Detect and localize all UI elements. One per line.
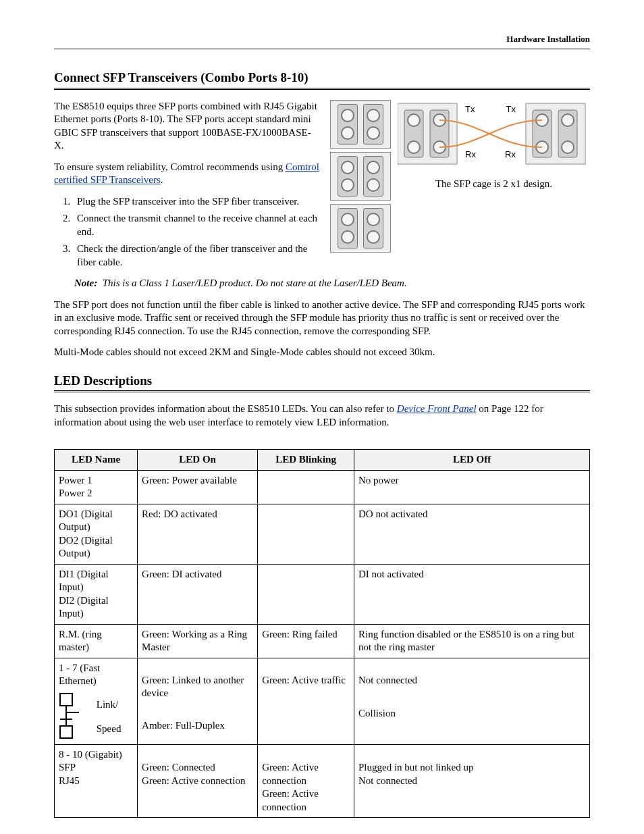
note-text: This is a Class 1 Laser/LED product. Do …: [103, 278, 407, 288]
cell: Not connected Collision: [354, 658, 590, 744]
col-header: LED Blinking: [258, 450, 354, 471]
svg-point-3: [408, 114, 420, 126]
blink-sfp: Green: Active connection: [262, 761, 350, 787]
sfp-cage-icon: [330, 204, 391, 253]
cell: Plugged in but not linked up Not connect…: [354, 744, 590, 818]
blink-link: Green: Active traffic: [262, 674, 350, 687]
sfp-exclusive-paragraph: The SFP port does not function until the…: [54, 298, 590, 338]
cell: Red: DO activated: [138, 504, 258, 564]
cell: No power: [354, 470, 590, 504]
svg-rect-18: [60, 694, 72, 706]
led-intro-paragraph: This subsection provides information abo…: [54, 402, 590, 429]
table-row: R.M. (ring master) Green: Working as a R…: [55, 624, 590, 658]
off-sfp: Plugged in but not linked up: [358, 761, 585, 775]
page-header-right: Hardware Installation: [54, 34, 590, 45]
cell: DO not activated: [354, 504, 590, 564]
cell: Green: Connected Green: Active connectio…: [138, 744, 258, 818]
gigabit-rj45-label: RJ45: [59, 775, 133, 788]
section-title-led: LED Descriptions: [54, 373, 590, 390]
table-row: Power 1 Power 2 Green: Power available N…: [55, 470, 590, 504]
led-table: LED Name LED On LED Blinking LED Off Pow…: [54, 449, 590, 818]
cell: Green: Power available: [138, 470, 258, 504]
on-rj: Green: Active connection: [142, 775, 253, 788]
sfp-cage-icon: [330, 100, 391, 149]
on-speed: Amber: Full-Duplex: [142, 719, 253, 733]
gigabit-title: 8 - 10 (Gigabit): [59, 748, 133, 762]
cell: 8 - 10 (Gigabit) SFP RJ45: [55, 744, 138, 818]
section-rule: [54, 390, 590, 392]
cell: R.M. (ring master): [55, 624, 138, 658]
figure-caption: The SFP cage is 2 x1 design.: [398, 178, 590, 191]
sfp-figure: Tx Rx Tx Rx The SFP cage is 2 x1 design.: [330, 100, 590, 256]
cell: DO1 (Digital Output) DO2 (Digital Output…: [55, 504, 138, 564]
sfp-cable-length-paragraph: Multi-Mode cables should not exceed 2KM …: [54, 346, 590, 359]
col-header: LED Name: [55, 450, 138, 471]
cell: [258, 470, 354, 504]
gigabit-sfp-label: SFP: [59, 761, 133, 775]
svg-point-4: [408, 141, 420, 153]
cell: Green: Active traffic: [258, 658, 354, 744]
on-link: Green: Linked to another device: [142, 674, 253, 700]
note-line: Note: This is a Class 1 Laser/LED produc…: [74, 277, 590, 290]
cell: Green: Active connection Green: Active c…: [258, 744, 354, 818]
table-row: DO1 (Digital Output) DO2 (Digital Output…: [55, 504, 590, 564]
cell: Green: Working as a Ring Master: [138, 624, 258, 658]
svg-point-13: [562, 141, 574, 153]
cell: DI1 (Digital Input) DI2 (Digital Input): [55, 564, 138, 624]
svg-text:Rx: Rx: [505, 149, 516, 159]
off-link: Not connected: [358, 674, 585, 687]
cable-diagram-icon: Tx Rx Tx Rx: [398, 100, 587, 174]
device-front-panel-link[interactable]: Device Front Panel: [397, 403, 477, 414]
col-header: LED On: [138, 450, 258, 471]
text: .: [161, 174, 163, 185]
text: To ensure system reliability, Comtrol re…: [54, 161, 286, 172]
sfp-cage-icon: [330, 152, 391, 201]
svg-point-12: [562, 114, 574, 126]
rj45-port-icon: [59, 692, 87, 739]
cell: DI not activated: [354, 564, 590, 624]
svg-text:Tx: Tx: [465, 104, 475, 114]
table-row: 1 - 7 (Fast Ethernet): [55, 658, 590, 744]
svg-rect-23: [60, 726, 72, 738]
cell: Green: Ring failed: [258, 624, 354, 658]
svg-text:Rx: Rx: [465, 149, 476, 159]
svg-text:Tx: Tx: [506, 104, 516, 114]
cell: Power 1 Power 2: [55, 470, 138, 504]
cell: [258, 504, 354, 564]
blink-rj: Green: Active connection: [262, 787, 350, 814]
cell: Green: Linked to another device Amber: F…: [138, 658, 258, 744]
section-rule: [54, 88, 590, 90]
cell: Green: DI activated: [138, 564, 258, 624]
cell: 1 - 7 (Fast Ethernet): [55, 658, 138, 744]
text: This subsection provides information abo…: [54, 403, 397, 414]
section-title-sfp: Connect SFP Transceivers (Combo Ports 8-…: [54, 70, 590, 86]
top-rule: [54, 49, 590, 49]
cell: [258, 564, 354, 624]
off-speed: Collision: [358, 707, 585, 721]
on-sfp: Green: Connected: [142, 761, 253, 775]
col-header: LED Off: [354, 450, 590, 471]
table-row: DI1 (Digital Input) DI2 (Digital Input) …: [55, 564, 590, 624]
link-label: Link/: [97, 699, 119, 710]
table-row: 8 - 10 (Gigabit) SFP RJ45 Green: Connect…: [55, 744, 590, 818]
fast-eth-title: 1 - 7 (Fast Ethernet): [59, 662, 133, 688]
speed-label: Speed: [97, 723, 122, 734]
off-rj: Not connected: [358, 775, 585, 788]
note-label: Note:: [74, 278, 97, 288]
cell: Ring function disabled or the ES8510 is …: [354, 624, 590, 658]
